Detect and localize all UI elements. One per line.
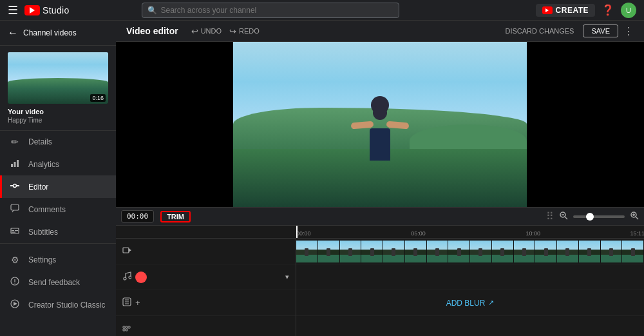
svg-point-24 (129, 276, 131, 279)
video-duration: 0:16 (90, 94, 106, 102)
youtube-icon (24, 5, 40, 15)
carrier-body (370, 128, 390, 161)
video-thumbnail-card: 0:16 Your video Happy Time (0, 46, 116, 131)
blur-track-control: + (116, 290, 296, 316)
sidebar-item-comments[interactable]: Comments (0, 198, 116, 221)
redo-button[interactable]: ↪ REDO (229, 26, 260, 36)
svg-point-5 (14, 184, 17, 188)
trim-button[interactable]: TRIM (160, 211, 191, 222)
zoom-out-icon[interactable] (559, 211, 568, 222)
svg-rect-6 (11, 204, 19, 210)
sidebar-nav: ✏ Details Analytics Editor Comments (0, 131, 116, 336)
zoom-slider[interactable] (573, 215, 625, 218)
discard-changes-button[interactable]: DISCARD CHANGES (502, 25, 578, 37)
svg-rect-30 (126, 329, 128, 331)
drag-handle-icon: ⠿ (546, 210, 554, 222)
svg-rect-0 (11, 164, 13, 167)
time-display: 00:00 (121, 210, 154, 222)
undo-redo-controls: ↩ UNDO ↪ REDO (191, 26, 260, 36)
video-info: Your video Happy Time (8, 108, 108, 124)
ruler-mark-1: 05:00 (411, 230, 426, 237)
settings-icon: ⚙ (9, 255, 21, 265)
avatar[interactable]: U (621, 3, 636, 18)
audio-track-icons (122, 272, 147, 283)
filmstrip-frame (405, 241, 427, 262)
svg-line-18 (636, 217, 638, 219)
person-body (351, 115, 409, 161)
filmstrip-frame (557, 241, 579, 262)
create-button[interactable]: CREATE (536, 4, 595, 17)
undo-arrow-icon: ↩ (191, 26, 198, 36)
menu-icon[interactable]: ☰ (8, 3, 18, 17)
blur-add-icon[interactable]: + (135, 298, 140, 308)
effects-track-icons (122, 323, 131, 334)
sidebar-item-subtitles[interactable]: Subtitles (0, 221, 116, 243)
timeline-area: 00:00 TRIM ⠿ 00:00 05:0 (116, 207, 644, 336)
effects-track-control (116, 316, 296, 336)
editor-icon (9, 181, 21, 192)
search-bar[interactable]: 🔍 (142, 3, 399, 18)
track-content-area: ADD BLUR ↗ (296, 239, 644, 336)
sidebar-item-creator-studio[interactable]: Creator Studio Classic (0, 293, 116, 316)
timeline-toolbar: 00:00 TRIM ⠿ (116, 208, 644, 226)
redo-arrow-icon: ↪ (229, 26, 236, 36)
music-icon (122, 272, 131, 282)
svg-rect-26 (123, 326, 125, 328)
sidebar-item-editor[interactable]: Editor (0, 175, 116, 198)
video-filmstrip (296, 241, 644, 262)
zoom-in-icon[interactable] (630, 211, 639, 222)
video-preview (233, 42, 526, 207)
filmstrip-frame (470, 241, 492, 262)
svg-rect-2 (17, 160, 19, 167)
editor-right-actions: DISCARD CHANGES SAVE ⋮ (502, 25, 634, 37)
analytics-icon (9, 159, 21, 170)
blur-icon (122, 297, 131, 308)
help-icon[interactable]: ❓ (601, 4, 614, 16)
add-blur-area: ADD BLUR ↗ (296, 299, 644, 308)
topbar-right: CREATE ❓ U (536, 3, 636, 18)
main-layout: ← Channel videos 0:16 Your video Happy T… (0, 21, 644, 336)
ruler-marks: 00:00 05:00 10:00 15:11 (296, 226, 644, 238)
sidebar-item-details[interactable]: ✏ Details (0, 131, 116, 153)
search-input[interactable] (161, 6, 393, 15)
create-video-icon (542, 6, 553, 14)
filmstrip-frame (361, 241, 383, 262)
sidebar-item-feedback[interactable]: Send feedback (0, 271, 116, 293)
sidebar-item-settings[interactable]: ⚙ Settings (0, 249, 116, 271)
filmstrip-frame (296, 241, 318, 262)
svg-marker-22 (129, 249, 131, 252)
person-container (351, 96, 409, 161)
external-link-icon: ↗ (488, 299, 494, 307)
timeline-needle (296, 226, 298, 238)
more-options-icon[interactable]: ⋮ (623, 25, 634, 37)
editor-header: Video editor ↩ UNDO ↪ REDO DISCARD CHANG… (116, 21, 644, 42)
filmstrip-frame (340, 241, 362, 262)
sidebar-item-analytics[interactable]: Analytics (0, 153, 116, 175)
undo-button[interactable]: ↩ UNDO (191, 26, 222, 36)
svg-rect-29 (123, 329, 125, 331)
preview-frame (233, 42, 526, 207)
add-blur-button[interactable]: ADD BLUR ↗ (446, 299, 495, 308)
subtitles-icon (9, 226, 21, 237)
audio-track-indicator (135, 272, 147, 283)
svg-point-23 (124, 277, 126, 280)
topbar: ☰ Studio 🔍 CREATE ❓ U (0, 0, 644, 21)
video-title: Happy Time (8, 117, 108, 124)
track-expand-icon[interactable]: ▾ (285, 273, 289, 281)
filmstrip-frame (622, 241, 644, 262)
video-preview-section (116, 42, 644, 207)
filmstrip-frame (535, 241, 557, 262)
video-label: Your video (8, 108, 108, 115)
editor-title: Video editor (126, 26, 178, 36)
timeline-tracks: ▾ + (116, 239, 644, 336)
svg-rect-10 (12, 232, 15, 233)
timeline-toolbar-right: ⠿ (546, 210, 639, 222)
svg-line-15 (565, 217, 567, 219)
ruler-mark-3: 15:11 (630, 230, 644, 237)
back-to-channel-videos[interactable]: ← Channel videos (0, 21, 116, 46)
svg-rect-9 (15, 230, 18, 231)
audio-track-control: ▾ (116, 264, 296, 290)
ruler-mark-2: 10:00 (526, 230, 540, 237)
ruler-offset (116, 226, 296, 238)
save-button[interactable]: SAVE (583, 25, 618, 37)
